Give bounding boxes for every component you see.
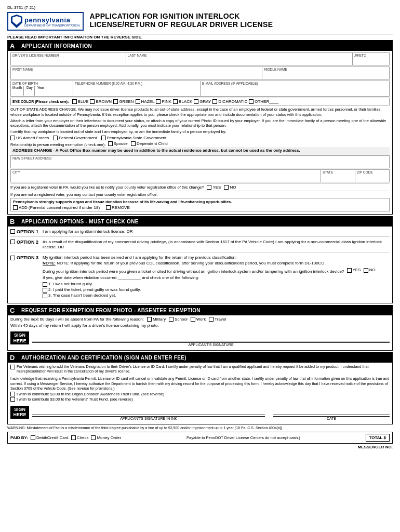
eye-pink[interactable]: PINK xyxy=(156,99,171,104)
email-field: E-MAIL ADDRESS (if applicable) xyxy=(201,81,389,96)
voter-no[interactable]: NO xyxy=(224,185,236,190)
section-b: B APPLICATION OPTIONS - MUST CHECK ONE O… xyxy=(7,216,393,303)
logo-name: pennsylvania xyxy=(24,16,80,24)
section-d-sign-box: SIGNHERE xyxy=(10,406,29,419)
reason-school[interactable]: School xyxy=(169,317,187,322)
section-c-sig-label: APPLICANT'S SIGNATURE xyxy=(32,342,390,347)
section-d-sign-area: SIGNHERE APPLICANT'S SIGNATURE IN INK DA… xyxy=(10,404,390,420)
section-c-reason-row: During the next 60 days I will be absent… xyxy=(10,317,390,322)
year-label: Year xyxy=(37,86,44,89)
option3-checkbox[interactable] xyxy=(10,256,15,260)
eye-blue[interactable]: BLUE xyxy=(72,99,89,104)
section-d-body-text: I acknowledge that receiving a Pennsylva… xyxy=(10,376,390,391)
section-b-header: B APPLICATION OPTIONS - MUST CHECK ONE xyxy=(8,217,392,227)
driver-license-field: DRIVER'S LICENSE NUMBER xyxy=(11,53,126,65)
option3-no[interactable]: NO xyxy=(364,268,376,273)
rel-spouse[interactable]: Spouse xyxy=(108,141,128,146)
option2-text: As a result of the disqualification of m… xyxy=(43,240,390,251)
certify-pa-state[interactable]: Pennsylvania State Government xyxy=(101,136,167,140)
certify-text: I certify that my workplace is located o… xyxy=(10,129,390,135)
middle-name-field: MIDDLE NAME xyxy=(262,67,389,79)
attach-text: Attach a letter from your employer on th… xyxy=(10,118,390,129)
section-c-letter: C xyxy=(10,307,18,314)
eye-dichromatic[interactable]: DICHROMATIC xyxy=(212,99,247,104)
option1-checkbox[interactable] xyxy=(10,229,15,234)
out-of-state-text: OUT-OF-STATE ADDRESS CHANGE. We may not … xyxy=(10,107,390,117)
reason-military[interactable]: Military xyxy=(147,317,166,322)
section-c-header: C REQUEST FOR EXEMPTION FROM PHOTO - ABS… xyxy=(8,305,392,315)
last-name-field: LAST NAME xyxy=(126,53,353,65)
day-label: Day xyxy=(26,86,33,89)
logo-shield-icon xyxy=(11,15,22,28)
option3-finding2[interactable]: 2. I paid the ticket, plead guilty or wa… xyxy=(43,287,390,293)
jr-etc-field: JR/ETC xyxy=(353,53,389,65)
bottom-bar: PAID BY: Debit/Credit Card Check Money O… xyxy=(7,432,393,444)
section-d-header: D AUTHORIZATION AND CERTIFICATION (Sign … xyxy=(8,353,392,363)
new-street-field: NEW STREET ADDRESS xyxy=(11,156,389,168)
option-2-row: OPTION 2 As a result of the disqualifica… xyxy=(10,238,390,253)
reason-travel[interactable]: Travel xyxy=(209,317,226,322)
section-d: D AUTHORIZATION AND CERTIFICATION (Sign … xyxy=(7,352,393,425)
voter-row: If you are a registered voter in PA, wou… xyxy=(10,183,390,191)
section-c-return-text: Within 45 days of my return I will apply… xyxy=(10,323,390,328)
total-box: TOTAL $ xyxy=(366,434,390,442)
eye-other[interactable]: OTHER____ xyxy=(249,99,278,104)
payable-text: Payable to PennDOT Driver License Center… xyxy=(124,435,363,440)
rel-dependent[interactable]: Dependent Child xyxy=(131,141,168,146)
contribute1-checkbox[interactable] xyxy=(10,392,15,396)
first-name-field: FIRST NAME xyxy=(11,67,262,79)
section-c-sign-box: SIGNHERE xyxy=(10,331,29,345)
eye-black[interactable]: BLACK xyxy=(173,99,192,104)
section-d-date-label: DATE xyxy=(273,416,390,420)
voter-note: If you are not a registered voter, you m… xyxy=(10,192,390,197)
form-title-1: APPLICATION FOR IGNITION INTERLOCK xyxy=(90,12,393,20)
contribute2-checkbox[interactable] xyxy=(10,397,15,402)
eye-gray[interactable]: GRAY xyxy=(194,99,211,104)
eye-color-row: EYE COLOR (Please check one): BLUE BROWN… xyxy=(10,98,390,105)
section-b-letter: B xyxy=(10,218,18,225)
veterans-row: For Veterans wishing to add the Veterans… xyxy=(10,364,390,375)
certify-us-armed[interactable]: US Armed Forces xyxy=(10,136,49,140)
option3-yes[interactable]: YES xyxy=(347,268,361,273)
city-field: CITY xyxy=(11,170,321,182)
veterans-checkbox[interactable] xyxy=(10,365,15,369)
option3-finding1[interactable]: 1. I was not found guilty. xyxy=(43,282,390,287)
payment-debit[interactable]: Debit/Credit Card xyxy=(31,435,69,440)
eye-hazel[interactable]: HAZEL xyxy=(136,99,155,104)
section-d-title: AUTHORIZATION AND CERTIFICATION (Sign an… xyxy=(21,355,186,361)
option2-checkbox[interactable] xyxy=(10,240,15,244)
section-d-letter: D xyxy=(10,354,18,362)
relationship-row: Relationship to person meeting exemption… xyxy=(10,141,390,147)
section-a-title: APPLICANT INFORMATION xyxy=(21,43,92,49)
reason-work[interactable]: Work xyxy=(191,317,206,322)
eye-green[interactable]: GREEN xyxy=(113,99,134,104)
organ-remove[interactable]: REMOVE xyxy=(106,205,130,210)
organ-add[interactable]: ADD (Parental consent required if under … xyxy=(13,205,100,210)
paid-by-label: PAID BY: xyxy=(10,435,28,440)
telephone-field: TELEPHONE NUMBER (8:00 AM.-4:30 P.M.) xyxy=(73,81,201,96)
section-a: A APPLICANT INFORMATION DRIVER'S LICENSE… xyxy=(7,41,393,215)
zip-field: ZIP CODE xyxy=(355,170,389,182)
contribute2-row: I wish to contribute $3.00 to the Vetera… xyxy=(10,397,390,402)
contribute1-row: I wish to contribute $3.00 to the Organ … xyxy=(10,392,390,396)
section-a-letter: A xyxy=(10,42,18,50)
dob-group: DATE OF BIRTH Month Day Year xyxy=(11,81,73,96)
payment-money-order[interactable]: Money Order xyxy=(91,435,121,440)
address-change-header: ADDRESS CHANGE - A Post Office Box numbe… xyxy=(10,147,390,154)
option3-text: My ignition interlock period has been se… xyxy=(43,255,390,298)
form-number: DL-3731 (7-21) xyxy=(7,5,393,10)
state-field: STATE xyxy=(321,170,355,182)
option3-finding3[interactable]: 3. The case hasn't been decided yet. xyxy=(43,293,390,299)
option1-text: I am applying for an ignition interlock … xyxy=(43,229,390,235)
option-1-row: OPTION 1 I am applying for an ignition i… xyxy=(10,228,390,237)
organ-section: Pennsylvania strongly supports organ and… xyxy=(10,198,390,211)
option-3-row: OPTION 3 My ignition interlock period ha… xyxy=(10,254,390,299)
form-title-2: LICENSE/RETURN OF REGULAR DRIVER LICENSE xyxy=(90,20,393,29)
logo-dept: DEPARTMENT OF TRANSPORTATION xyxy=(24,24,80,27)
eye-brown[interactable]: BROWN xyxy=(90,99,112,104)
warning-text: WARNING: Misstatement of Fact is a misde… xyxy=(7,426,393,430)
certify-federal[interactable]: Federal Government xyxy=(53,136,97,140)
section-d-sig-label: APPLICANT'S SIGNATURE IN INK xyxy=(32,416,265,420)
payment-check[interactable]: Check xyxy=(71,435,89,440)
voter-yes[interactable]: YES xyxy=(207,185,221,190)
